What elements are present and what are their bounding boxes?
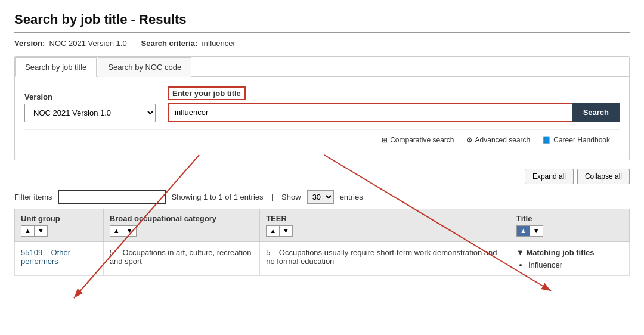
showing-text: Showing 1 to 1 of 1 entries — [172, 193, 264, 201]
grid-icon: ⊞ — [382, 136, 388, 144]
search-links: ⊞ Comparative search ⚙ Advanced search 📘… — [24, 129, 620, 150]
cell-broad-category: 5 – Occupations in art, culture, recreat… — [103, 242, 259, 276]
col-broad-category: Broad occupational category ▲ ▼ — [103, 209, 259, 242]
results-table: Unit group ▲ ▼ Broad occupational catego… — [14, 209, 630, 276]
sort-up-unit-group[interactable]: ▲ — [21, 226, 35, 236]
search-panel: Search by job title Search by NOC code V… — [14, 56, 630, 160]
matching-list: Influencer — [516, 260, 623, 269]
collapse-all-button[interactable]: Collapse all — [577, 169, 630, 184]
show-label: Show — [281, 193, 301, 201]
table-header-row: Unit group ▲ ▼ Broad occupational catego… — [15, 209, 630, 242]
show-select[interactable]: 30 — [307, 190, 334, 204]
comparative-search-link[interactable]: ⊞ Comparative search — [382, 136, 454, 144]
entries-label: entries — [340, 193, 363, 201]
sort-unit-group: ▲ ▼ — [21, 225, 48, 237]
version-label: Version: NOC 2021 Version 1.0 — [14, 39, 127, 48]
cell-teer: 5 – Occupations usually require short-te… — [260, 242, 510, 276]
filter-input[interactable] — [58, 190, 166, 204]
page-title: Search by job title - Results — [14, 12, 630, 27]
sort-up-title[interactable]: ▲ — [517, 226, 530, 236]
filter-label: Filter items — [14, 193, 52, 201]
title-divider — [14, 32, 630, 33]
sort-title: ▲ ▼ — [516, 225, 543, 237]
sort-up-teer[interactable]: ▲ — [267, 226, 280, 236]
sort-broad-category: ▲ ▼ — [110, 225, 137, 237]
version-value: NOC 2021 Version 1.0 — [49, 39, 127, 48]
expand-all-button[interactable]: Expand all — [525, 169, 574, 184]
cell-title: ▼ Matching job titles Influencer — [510, 242, 629, 276]
list-item: Influencer — [528, 260, 623, 269]
col-teer: TEER ▲ ▼ — [260, 209, 510, 242]
sort-up-broad-category[interactable]: ▲ — [110, 226, 123, 236]
matching-titles-label: Matching job titles — [526, 248, 594, 257]
tab-job-title[interactable]: Search by job title — [15, 57, 97, 77]
table-row: 55109 – Other performers 5 – Occupations… — [15, 242, 630, 276]
job-title-label: Enter your job title — [168, 86, 620, 100]
sort-down-teer[interactable]: ▼ — [280, 226, 292, 236]
filter-row: Filter items Showing 1 to 1 of 1 entries… — [14, 190, 630, 204]
version-group: Version NOC 2021 Version 1.0 — [24, 92, 156, 122]
form-row: Version NOC 2021 Version 1.0 Enter your … — [24, 86, 620, 122]
col-title: Title ▲ ▼ — [510, 209, 629, 242]
job-title-input[interactable] — [168, 103, 572, 122]
sort-down-unit-group[interactable]: ▼ — [35, 226, 47, 236]
job-title-input-row: Search — [168, 103, 620, 122]
career-handbook-link[interactable]: 📘 Career Handbook — [542, 136, 610, 144]
meta-row: Version: NOC 2021 Version 1.0 Search cri… — [14, 39, 630, 48]
job-title-group: Enter your job title Search — [168, 86, 620, 122]
version-select[interactable]: NOC 2021 Version 1.0 — [24, 104, 156, 122]
criteria-value: influencer — [202, 39, 236, 48]
unit-group-link[interactable]: 55109 – Other performers — [21, 248, 70, 266]
sort-teer: ▲ ▼ — [266, 225, 293, 237]
tab-bar: Search by job title Search by NOC code — [15, 57, 629, 77]
sort-down-broad-category[interactable]: ▼ — [123, 226, 136, 236]
criteria-label: Search criteria: influencer — [141, 39, 236, 48]
tab-noc-code[interactable]: Search by NOC code — [98, 57, 191, 77]
advanced-search-link[interactable]: ⚙ Advanced search — [466, 136, 531, 144]
search-button[interactable]: Search — [572, 103, 620, 122]
book-icon: 📘 — [542, 136, 551, 144]
gear-icon: ⚙ — [466, 136, 473, 144]
sort-down-title[interactable]: ▼ — [530, 226, 543, 236]
version-field-label: Version — [24, 92, 156, 101]
col-unit-group: Unit group ▲ ▼ — [15, 209, 104, 242]
search-body: Version NOC 2021 Version 1.0 Enter your … — [15, 77, 629, 160]
results-toolbar: Expand all Collapse all — [14, 169, 630, 184]
triangle-icon: ▼ — [516, 248, 524, 257]
cell-unit-group: 55109 – Other performers — [15, 242, 104, 276]
